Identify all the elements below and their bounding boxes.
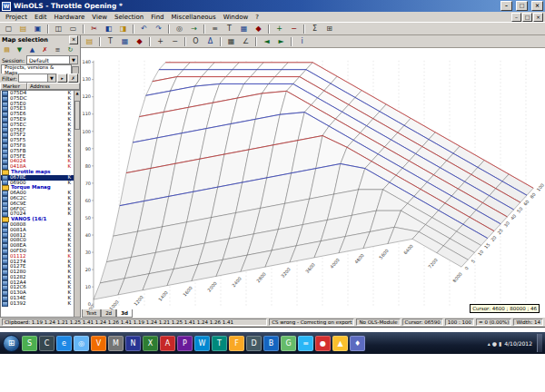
filter-combo[interactable]: ▼ [18,74,56,83]
redo-button[interactable]: ↷ [152,23,165,34]
panel-close-icon[interactable]: × [69,35,78,44]
taskbar-app-icon[interactable]: A [160,336,175,351]
menu-edit[interactable]: Edit [31,14,51,21]
menu-view[interactable]: View [88,14,111,21]
scroll-thumb[interactable] [74,101,80,130]
menu-selection[interactable]: Selection [111,14,147,21]
find-button[interactable]: ◎ [173,23,186,34]
checksum-button[interactable]: Σ [308,23,322,34]
taskbar-app-icon[interactable]: B [263,336,279,351]
mdi-restore-button[interactable]: □ [522,13,532,22]
taskbar-app-icon[interactable]: N [125,336,141,351]
prev-map-button[interactable]: ◄ [260,35,273,47]
close-button[interactable]: × [531,1,543,11]
2d-view-button[interactable]: ▦ [237,23,251,34]
taskbar-app-icon[interactable]: G [281,336,296,351]
preview-button[interactable]: ▭ [66,23,80,34]
menu-hardware[interactable]: Hardware [51,14,89,21]
throttle-3d-plot[interactable]: 0102030405060708090100110120130140800100… [81,48,545,318]
text-view-button[interactable]: T [223,23,236,34]
paste-button[interactable]: ◨ [116,23,130,34]
menu-miscellaneous[interactable]: Miscellaneous [168,14,220,21]
settings-button[interactable]: ⊞ [322,23,336,34]
menu-?[interactable]: ? [252,14,263,21]
taskbar-app-icon[interactable]: W [194,336,210,351]
taskbar-clock[interactable]: 4/10/2012 [504,340,532,347]
add-map-button[interactable]: + [272,23,286,34]
undo-button[interactable]: ↶ [137,23,151,34]
scroll-up-icon[interactable]: ▲ [75,91,78,95]
view-tab-2d[interactable]: 2d [101,309,116,318]
session-combo[interactable]: Default ▼ [26,55,78,64]
3d-view-button[interactable]: ◆ [252,23,265,34]
copy-button[interactable]: ◧ [102,23,115,34]
filter-clear-button[interactable]: ✗ [68,74,78,83]
zoom-in-button[interactable]: + [154,35,167,47]
cut-button[interactable]: ✂ [87,23,101,34]
menu-window[interactable]: Window [220,14,253,21]
panel-properties-button[interactable]: ≡ [52,44,64,55]
taskbar-app-icon[interactable]: ≡ [298,336,313,351]
chevron-down-icon[interactable]: ▼ [47,74,55,82]
remove-map-button[interactable]: − [287,23,301,34]
panel-refresh-button[interactable]: ↻ [64,44,76,55]
hexdump-button[interactable]: ≡ [208,23,222,34]
view-tab-3d[interactable]: 3d [116,309,133,318]
maximize-button[interactable]: □ [516,1,528,11]
chevron-down-icon[interactable]: ▼ [69,56,77,64]
show-desktop-button[interactable] [537,334,542,352]
tray-icon[interactable]: ▴ [488,340,490,347]
save-button[interactable]: ▣ [31,23,45,34]
new-button[interactable]: ▢ [2,23,15,34]
taskbar-app-icon[interactable]: ▲ [332,336,348,351]
title-bar[interactable]: W WinOLS - Throttle Opening * – □ × [0,0,545,12]
taskbar-app-icon[interactable]: P [177,336,193,351]
panel-delete-button[interactable]: ✗ [39,44,51,55]
taskbar-app-icon[interactable]: ◎ [74,336,89,351]
minimize-button[interactable]: – [500,1,512,11]
taskbar-app-icon[interactable]: C [39,336,54,351]
open-button[interactable]: ▤ [16,23,30,34]
panel-export-button[interactable]: ▲ [26,44,38,55]
map-3d-view-button[interactable]: ◆ [133,35,146,47]
grid-button[interactable]: ▦ [224,35,238,47]
tab-projects-versions-maps[interactable]: Projects, versions & Maps [1,64,72,74]
goto-button[interactable]: → [187,23,201,34]
start-button[interactable]: ⊞ [3,335,20,352]
zoom-out-button[interactable]: − [168,35,182,47]
menu-find[interactable]: Find [147,14,167,21]
taskbar-app-icon[interactable]: F [229,336,244,351]
view-tab-text[interactable]: Text [82,309,101,318]
taskbar-app-icon[interactable]: D [246,336,262,351]
print-button[interactable]: ◫ [52,23,65,34]
map-text-view-button[interactable]: T [104,35,117,47]
taskbar-app-icon[interactable]: ● [315,336,331,351]
taskbar-app-icon[interactable]: M [108,336,124,351]
tray-icon[interactable]: ● [492,340,497,347]
taskbar-app-icon[interactable]: S [22,336,37,351]
taskbar-app-icon[interactable]: V [91,336,106,351]
panel-open-button[interactable]: ▤ [1,44,13,55]
filter-apply-button[interactable]: ▸ [57,74,67,83]
next-map-button[interactable]: ► [274,35,288,47]
column-marker[interactable]: Marker [0,83,27,90]
map-info-button[interactable]: i [295,35,309,47]
taskbar-app-icon[interactable]: e [56,336,72,351]
mdi-minimize-button[interactable]: – [511,13,521,22]
panel-import-button[interactable]: ▼ [14,44,25,55]
original-button[interactable]: O [189,35,203,47]
mdi-close-button[interactable]: × [533,13,543,22]
tray-icon[interactable]: ▮ [499,340,501,347]
taskbar-app-icon[interactable]: ♦ [350,336,365,351]
taskbar-app-icon[interactable]: T [212,336,227,351]
column-address[interactable]: Address [27,83,80,90]
menu-project[interactable]: Project [2,14,31,21]
map-row[interactable]: 01392K [1,301,74,307]
tab-extra[interactable] [72,66,79,74]
difference-button[interactable]: Δ [203,35,217,47]
map-2d-view-button[interactable]: ▦ [118,35,132,47]
axis-button[interactable]: ∠ [239,35,253,47]
list-scrollbar[interactable]: ▲ [74,91,80,317]
map-properties-button[interactable]: ▤ [83,35,96,47]
taskbar-app-icon[interactable]: X [143,336,158,351]
